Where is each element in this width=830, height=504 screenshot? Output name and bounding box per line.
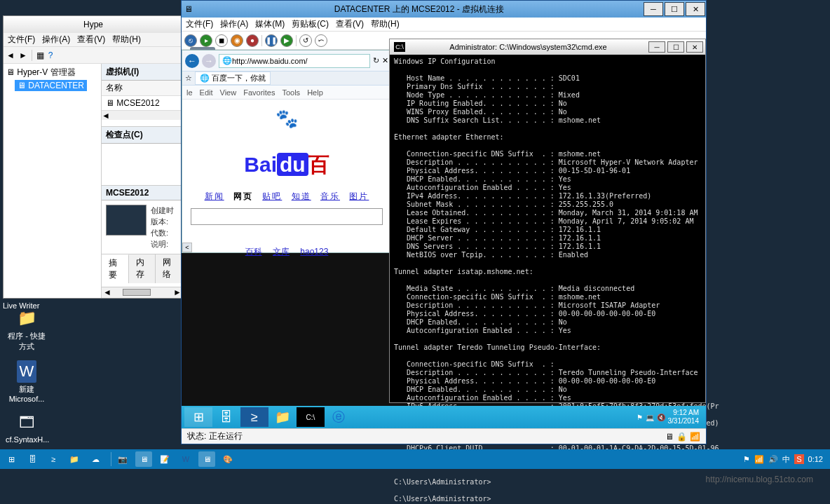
hyperv-manager-window: Hype 文件(F) 操作(A) 查看(V) 帮助(H) ◄ ► ▦ ? 🖥 H…: [3, 15, 184, 299]
ctrl-alt-del-icon[interactable]: ⎋: [184, 34, 197, 47]
baidu-links: 百科 文库 hao123: [191, 246, 383, 258]
host-app3[interactable]: 🎨: [219, 451, 236, 467]
tray-vol-icon[interactable]: 🔊: [768, 455, 778, 464]
scroll-left-icon[interactable]: <: [182, 243, 192, 252]
cmd-maximize[interactable]: ☐: [667, 41, 684, 53]
vmconnect-window: 🖥 DATACENTER 上的 MCSE2012 - 虚拟机连接 ─ ☐ ✕ 文…: [181, 0, 707, 444]
col-name[interactable]: 名称: [102, 81, 183, 96]
tray-net-icon[interactable]: 📶: [754, 455, 764, 464]
favorites-star-icon[interactable]: ☆: [185, 74, 192, 83]
stop-icon[interactable]: ✕: [382, 56, 388, 65]
guest-clock[interactable]: 9:12 AM 3/31/2014: [668, 409, 700, 425]
desktop-icon-syntax[interactable]: 🗔 cf.SyntaxH...: [6, 411, 48, 444]
tree-node-datacenter[interactable]: 🖥 DATACENTER: [15, 80, 87, 91]
vmc-menu-media[interactable]: 媒体(M): [255, 18, 285, 30]
cmd-titlebar[interactable]: C:\ Administrator: C:\Windows\system32\c…: [390, 39, 705, 55]
network-icon[interactable]: 💻: [646, 414, 654, 421]
vm-row[interactable]: 🖥 MCSE2012: [102, 96, 183, 110]
vmc-titlebar[interactable]: 🖥 DATACENTER 上的 MCSE2012 - 虚拟机连接 ─ ☐ ✕: [182, 1, 706, 18]
desktop-icon-word[interactable]: W 新建 Microsof...: [6, 360, 48, 403]
menu-file[interactable]: 文件(F): [8, 34, 35, 46]
close-button[interactable]: ✕: [686, 2, 705, 16]
server-manager-icon[interactable]: 🗄: [212, 407, 240, 427]
powershell-icon[interactable]: ≥: [240, 407, 268, 427]
host-servermgr[interactable]: 🗄: [24, 451, 41, 467]
vmc-icon: 🖥: [182, 4, 196, 14]
bottom-scrollbar[interactable]: ◄ ►: [102, 287, 183, 298]
tab-summary[interactable]: 摘要: [102, 254, 129, 283]
pause-icon[interactable]: ❚❚: [265, 34, 278, 47]
tab-network[interactable]: 网络: [156, 254, 183, 283]
host-desktop: Live Writer 📁 程序 - 快捷方式 W 新建 Microsof...…: [0, 0, 830, 504]
tray-ime-icon[interactable]: 中: [782, 454, 790, 465]
vm-thumbnail[interactable]: [106, 205, 147, 236]
start-icon[interactable]: ▸: [200, 34, 212, 47]
host-vmconnect[interactable]: 🖥: [198, 451, 215, 467]
shutdown-icon[interactable]: ◉: [231, 34, 243, 47]
menu-help[interactable]: 帮助(H): [112, 34, 141, 46]
desktop-icon-shortcut[interactable]: 📁 程序 - 快捷方式: [6, 307, 48, 352]
menu-action[interactable]: 操作(A): [42, 34, 70, 46]
ie-taskbar-icon[interactable]: ⓔ: [325, 407, 353, 427]
vmc-menu-help[interactable]: 帮助(H): [371, 18, 400, 30]
host-word[interactable]: W: [177, 451, 194, 467]
save-icon[interactable]: ●: [246, 34, 259, 47]
vm-panel-header: 虚拟机(I): [102, 64, 183, 81]
host-app2[interactable]: 📝: [156, 451, 173, 467]
hv-toolbar: ◄ ► ▦ ?: [4, 47, 183, 64]
revert-icon[interactable]: ⤺: [315, 34, 327, 47]
vmc-menu-action[interactable]: 操作(A): [220, 18, 248, 30]
start-button[interactable]: ⊞: [184, 407, 212, 427]
maximize-button[interactable]: ☐: [665, 2, 684, 16]
refresh-icon[interactable]: ▦: [36, 50, 44, 60]
window-title[interactable]: Hype: [4, 16, 183, 33]
host-explorer[interactable]: 📁: [66, 451, 83, 467]
tab-memory[interactable]: 内存: [129, 254, 156, 283]
vmc-menu-file[interactable]: 文件(F): [186, 18, 213, 30]
host-taskbar: ⊞ 🗄 ≥ 📁 ☁ 📷 🖥 📝 W 🖥 🎨 ⚑ 📶 🔊 中 S 0:12: [0, 449, 830, 469]
host-skydrive[interactable]: ☁: [87, 451, 104, 467]
guest-taskbar: ⊞ 🗄 ≥ 📁 C:\ ⓔ ⚑ 💻 🔇 9:12 AM 3/31/2014: [182, 406, 706, 428]
cmd-taskbar-icon[interactable]: C:\: [297, 407, 325, 427]
cmd-close[interactable]: ✕: [686, 41, 703, 53]
explorer-icon[interactable]: 📁: [268, 407, 297, 427]
desktop-icons: 📁 程序 - 快捷方式 W 新建 Microsof... 🗔 cf.Syntax…: [6, 307, 48, 444]
minimize-button[interactable]: ─: [644, 2, 663, 16]
browser-tab[interactable]: 🌐 百度一下，你就: [195, 71, 271, 85]
host-clock[interactable]: 0:12: [808, 455, 823, 463]
cmd-minimize[interactable]: ─: [648, 41, 665, 53]
turnoff-icon[interactable]: ◼: [215, 34, 228, 47]
ie-nav: ← → 🌐 http://www.baidu.com/ ↻ ✕: [182, 50, 391, 71]
search-input[interactable]: [191, 208, 383, 225]
vmc-menu-clipboard[interactable]: 剪贴板(C): [292, 18, 329, 30]
tray-flag-icon[interactable]: ⚑: [743, 455, 750, 464]
forward-button[interactable]: →: [202, 54, 216, 68]
word-icon: W: [17, 360, 36, 383]
flag-icon[interactable]: ⚑: [637, 414, 643, 421]
back-button[interactable]: ←: [185, 54, 199, 68]
checkpoint-header: 检查点(C): [102, 127, 183, 144]
host-ps[interactable]: ≥: [45, 451, 62, 467]
back-icon[interactable]: ◄: [6, 50, 15, 60]
volume-icon[interactable]: 🔇: [657, 414, 665, 421]
tray-sogou-icon[interactable]: S: [794, 454, 803, 464]
host-app1[interactable]: 📷: [114, 451, 131, 467]
vmc-menu-view[interactable]: 查看(V): [336, 18, 364, 30]
guest-display[interactable]: ← → 🌐 http://www.baidu.com/ ↻ ✕ ☆ 🌐 百度一下…: [182, 50, 706, 428]
hv-menubar: 文件(F) 操作(A) 查看(V) 帮助(H): [4, 33, 183, 47]
checkpoint-icon[interactable]: ↺: [299, 34, 312, 47]
hscroll[interactable]: ◄: [102, 110, 183, 120]
reset-icon[interactable]: ▶: [280, 34, 293, 47]
baidu-nav: 新闻 网页 贴吧 知道 音乐 图片: [191, 191, 383, 203]
tree-root[interactable]: 🖥 Hyper-V 管理器: [6, 67, 98, 79]
host-hvmgr[interactable]: 🖥: [135, 451, 152, 467]
network-icon: 📶: [690, 432, 700, 442]
host-start[interactable]: ⊞: [3, 451, 20, 467]
address-bar[interactable]: 🌐 http://www.baidu.com/: [219, 54, 370, 68]
menu-view[interactable]: 查看(V): [77, 34, 105, 46]
baidu-paw-icon: 🐾: [191, 108, 383, 130]
baidu-logo[interactable]: Baidu百: [191, 151, 383, 179]
help-icon[interactable]: ?: [48, 50, 53, 60]
fwd-icon[interactable]: ►: [19, 50, 27, 60]
refresh-icon[interactable]: ↻: [373, 56, 379, 65]
